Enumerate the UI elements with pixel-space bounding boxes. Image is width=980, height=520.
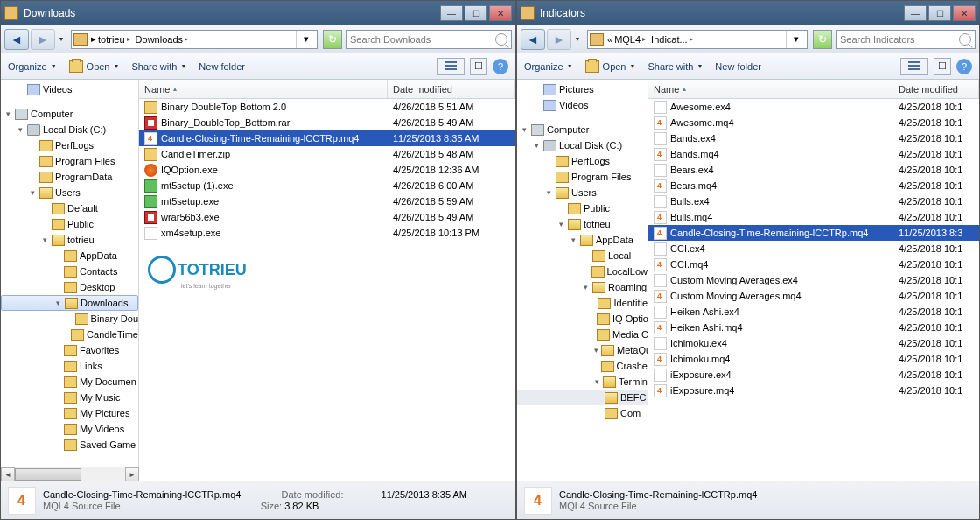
expand-icon[interactable] [66,315,73,323]
back-button[interactable]: ◄ [4,29,29,50]
file-row[interactable]: Candle-Closing-Time-Remaining-lCCTRp.mq4… [648,225,979,241]
tree-item[interactable]: My Music [1,390,138,405]
file-row[interactable]: Bears.ex44/25/2018 10:1 [648,162,979,178]
tree-item[interactable]: ▾MetaQuo [517,342,648,358]
titlebar[interactable]: Downloads — ☐ ✕ [1,1,515,25]
tree-view[interactable]: Videos▾Computer▾Local Disk (C:)PerfLogsP… [1,80,139,481]
expand-icon[interactable]: ▾ [545,189,553,197]
file-row[interactable]: Ichimoku.ex44/25/2018 10:1 [648,335,979,351]
breadcrumb[interactable]: « MQL4 ▸ [606,34,648,45]
file-row[interactable]: Heiken Ashi.mq44/25/2018 10:1 [648,320,979,335]
maximize-button[interactable]: ☐ [928,5,951,21]
expand-icon[interactable] [29,173,37,181]
name-column[interactable]: Name▴ [139,80,388,98]
dropdown-icon[interactable]: ▾ [786,31,805,48]
tree-item[interactable]: PerfLogs [517,153,648,169]
expand-icon[interactable]: ▾ [582,284,590,292]
file-row[interactable]: Candle-Closing-Time-Remaining-lCCTRp.mq4… [139,130,515,146]
expand-icon[interactable] [582,268,589,276]
open-button[interactable]: Open ▼ [585,60,636,73]
file-row[interactable]: Binary DoubleTop Bottom 2.04/26/2018 5:5… [139,99,515,115]
tree-item[interactable]: Public [517,200,648,216]
scroll-thumb[interactable] [15,468,81,481]
file-row[interactable]: Bulls.ex44/25/2018 10:1 [648,193,979,209]
tree-item[interactable]: ▾Local Disk (C:) [517,137,648,153]
tree-item[interactable]: Com [517,405,648,421]
expand-icon[interactable]: ▾ [533,142,541,150]
expand-icon[interactable]: ▾ [54,299,62,307]
tree-item[interactable]: ▾totrieu [1,232,138,248]
dropdown-icon[interactable]: ▾ [296,31,315,48]
share-button[interactable]: Share with ▼ [648,61,703,72]
view-button[interactable] [900,58,928,75]
expand-icon[interactable] [41,205,49,213]
expand-icon[interactable]: ▾ [17,126,24,134]
history-dropdown[interactable]: ▼ [57,36,66,42]
breadcrumb[interactable]: Indicat... ▸ [649,34,695,45]
tree-item[interactable]: ▾Downloads [1,295,138,311]
file-row[interactable]: iExposure.ex44/25/2018 10:1 [648,367,979,383]
tree-item[interactable]: Links [1,358,138,374]
tree-item[interactable]: ▾AppData [517,232,648,248]
file-row[interactable]: Binary_DoubleTop_Bottom.rar4/26/2018 5:4… [139,115,515,130]
file-row[interactable]: Bears.mq44/25/2018 10:1 [648,178,979,193]
refresh-button[interactable]: ↻ [813,30,832,49]
share-button[interactable]: Share with ▼ [131,61,186,72]
file-row[interactable]: CandleTimer.zip4/26/2018 5:48 AM [139,146,515,162]
forward-button[interactable]: ► [547,29,571,50]
breadcrumb[interactable]: Downloads ▸ [134,34,190,45]
tree-item[interactable]: ▾Users [517,185,648,200]
tree-scrollbar[interactable]: ◄ ► [1,467,139,481]
scroll-left-icon[interactable]: ◄ [1,467,15,481]
tree-item[interactable]: ▾Computer [1,106,138,122]
file-row[interactable]: mt5setup (1).exe4/26/2018 6:00 AM [139,178,515,193]
breadcrumb[interactable]: ▸ totrieu ▸ [89,33,132,45]
search-input[interactable]: Search Indicators [836,30,976,49]
expand-icon[interactable] [29,142,37,150]
file-row[interactable]: Bands.mq44/25/2018 10:1 [648,146,979,162]
tree-item[interactable]: CandleTime [1,327,138,342]
file-row[interactable]: iExposure.mq44/25/2018 10:1 [648,383,979,398]
tree-item[interactable]: Videos [517,97,648,113]
tree-item[interactable]: Identitie [517,295,648,311]
file-row[interactable]: Awesome.ex44/25/2018 10:1 [648,99,979,115]
expand-icon[interactable] [594,299,595,307]
back-button[interactable]: ◄ [521,29,545,50]
tree-item[interactable]: My Pictures [1,405,138,421]
preview-button[interactable]: ☐ [934,58,951,75]
help-button[interactable]: ? [956,59,972,74]
preview-button[interactable]: ☐ [470,58,487,75]
expand-icon[interactable]: ▾ [521,126,528,134]
tree-item[interactable]: ▾Users [1,185,138,200]
tree-item[interactable]: ▾Termin [517,374,648,390]
tree-item[interactable]: ▾Local Disk (C:) [1,122,138,137]
tree-item[interactable]: Crashe [517,358,648,374]
tree-item[interactable]: Public [1,216,138,232]
expand-icon[interactable] [53,410,61,418]
search-input[interactable]: Search Downloads [346,30,512,49]
tree-item[interactable]: My Documen [1,374,138,390]
tree-item[interactable]: Program Files [1,153,138,169]
expand-icon[interactable] [545,173,553,181]
minimize-button[interactable]: — [904,5,927,21]
open-button[interactable]: Open ▼ [69,60,120,73]
expand-icon[interactable] [533,102,541,109]
file-row[interactable]: Heiken Ashi.ex44/25/2018 10:1 [648,304,979,320]
maximize-button[interactable]: ☐ [465,5,487,21]
name-column[interactable]: Name▴ [648,80,893,98]
expand-icon[interactable] [53,394,61,402]
tree-item[interactable]: ▾Computer [517,122,648,137]
expand-icon[interactable] [53,252,61,260]
file-row[interactable]: xm4setup.exe4/25/2018 10:13 PM [139,225,515,241]
expand-icon[interactable] [53,378,61,386]
expand-icon[interactable]: ▾ [29,189,37,197]
expand-icon[interactable] [53,284,61,292]
expand-icon[interactable] [53,441,61,449]
file-row[interactable]: CCI.mq44/25/2018 10:1 [648,256,979,272]
tree-item[interactable]: AppData [1,248,138,264]
file-row[interactable]: Bands.ex44/25/2018 10:1 [648,130,979,146]
expand-icon[interactable]: ▾ [594,378,600,386]
expand-icon[interactable] [53,362,61,370]
expand-icon[interactable] [533,86,541,94]
expand-icon[interactable]: ▾ [41,236,49,244]
